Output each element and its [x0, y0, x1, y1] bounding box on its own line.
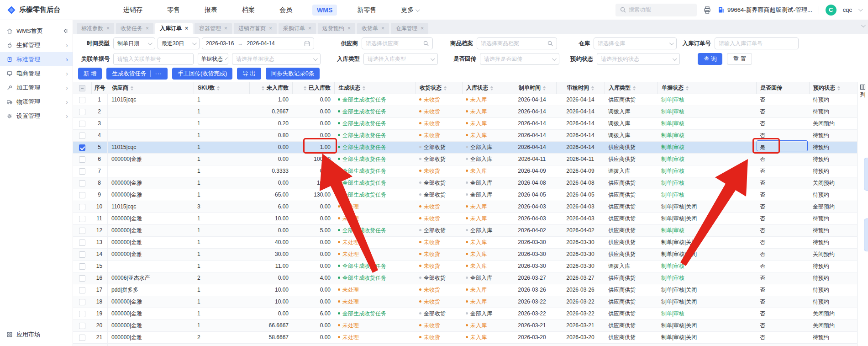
row-select-cell[interactable] — [73, 142, 91, 153]
row-checkbox[interactable] — [79, 216, 85, 222]
row-select-cell[interactable] — [73, 165, 91, 177]
table-row[interactable]: 111015|cqc11.000.00全部生成收货任务未收货未入库2026-04… — [73, 94, 857, 106]
is-returned-select[interactable]: 请选择是否回传 — [480, 53, 559, 65]
table-row[interactable]: 8000000|金雅10.0010.00全部生成收货任务全部收货全部入库2026… — [73, 177, 857, 189]
sort-icon[interactable] — [217, 86, 220, 90]
stock-type-select[interactable]: 请选择入库类型 — [363, 53, 438, 65]
row-select-cell[interactable] — [73, 249, 91, 260]
table-row[interactable]: 310.200.00全部生成收货任务未收货未入库2026-04-142026-0… — [73, 118, 857, 130]
row-select-cell[interactable] — [73, 213, 91, 224]
row-select-cell[interactable] — [73, 308, 91, 319]
product-input[interactable] — [481, 40, 545, 47]
reset-button[interactable]: 重 置 — [727, 53, 752, 65]
date-range-picker[interactable]: 2026-03-16 → 2026-04-14 — [202, 37, 314, 49]
range-preset-select[interactable]: 最近30日 — [158, 37, 200, 49]
select-all-checkbox[interactable] — [79, 85, 85, 91]
close-icon[interactable]: × — [146, 25, 149, 32]
row-select-cell[interactable] — [73, 130, 91, 141]
row-checkbox[interactable] — [79, 287, 85, 293]
row-checkbox[interactable] — [79, 156, 85, 163]
row-checkbox[interactable] — [79, 192, 85, 198]
table-row[interactable]: 12000000|金雅10.005.00全部生成收货任务全部收货全部入库2026… — [73, 225, 857, 237]
table-row[interactable]: 13000000|金雅140.000.00未处理未收货未入库2026-03-30… — [73, 237, 857, 249]
table-row[interactable]: 14000000|金雅130.000.00未处理未收货未入库2026-03-30… — [73, 249, 857, 261]
table-row[interactable]: 1600006|亚杰水产20.004.00全部生成收货任务全部收货全部入库202… — [73, 272, 857, 284]
row-select-cell[interactable] — [73, 201, 91, 213]
row-checkbox[interactable] — [79, 144, 85, 151]
close-icon[interactable]: × — [381, 25, 384, 32]
search-button[interactable]: 查 询 — [698, 53, 722, 65]
row-select-cell[interactable] — [73, 154, 91, 165]
row-checkbox[interactable] — [79, 275, 85, 282]
more-icon[interactable]: ··· — [150, 70, 162, 77]
toolbar-button[interactable]: 手工回传(收货完成) — [172, 68, 232, 80]
table-row[interactable]: 21000000|金雅258.66670.00未处理未收货未入库2026-03-… — [73, 332, 857, 344]
toolbar-button[interactable]: 同步失败记录0条 — [266, 68, 320, 80]
sort-icon[interactable] — [131, 86, 133, 90]
column-settings[interactable]: 列 — [857, 82, 868, 346]
related-no-field[interactable] — [113, 53, 194, 65]
sort-icon[interactable] — [363, 86, 365, 90]
close-icon[interactable]: × — [224, 25, 227, 32]
close-icon[interactable]: × — [308, 25, 311, 32]
sort-icon[interactable] — [304, 86, 306, 90]
sort-icon[interactable] — [633, 86, 636, 90]
top-menu-item[interactable]: 报表 — [200, 4, 222, 16]
table-row[interactable]: 710.33330.00全部生成收货任务未收货未入库2026-04-092026… — [73, 165, 857, 177]
row-checkbox[interactable] — [79, 335, 85, 341]
column-header-sku[interactable]: SKU数 — [194, 82, 249, 94]
product-field[interactable] — [477, 37, 557, 49]
sidebar-item-app-market[interactable]: 应用市场 — [0, 327, 73, 341]
table-row[interactable]: 22000000|金雅239.66670.00未处理未收货未入库2026-03-… — [73, 344, 857, 346]
row-checkbox[interactable] — [79, 109, 85, 115]
column-header-recv_status[interactable]: 收货状态 — [416, 82, 462, 94]
toolbar-button[interactable]: 新 增 — [78, 68, 102, 80]
sort-icon[interactable] — [543, 86, 546, 90]
avatar[interactable]: C — [826, 5, 836, 16]
row-select-cell[interactable] — [73, 237, 91, 248]
tab[interactable]: 标准参数 × — [77, 23, 114, 34]
column-header-doc_status[interactable]: 单据状态 — [658, 82, 756, 94]
row-select-cell[interactable] — [73, 284, 91, 296]
row-checkbox[interactable] — [79, 168, 85, 175]
printer-icon[interactable] — [703, 6, 711, 14]
top-menu-item[interactable]: 档案 — [237, 4, 259, 16]
tab[interactable]: 入库订单 × — [155, 23, 193, 34]
column-header-audited[interactable]: 审核时间 — [556, 82, 605, 94]
row-checkbox[interactable] — [79, 228, 85, 234]
column-header-created[interactable]: 制单时间 — [508, 82, 556, 94]
column-header-gen_status[interactable]: 生成状态 — [334, 82, 416, 94]
column-header-supplier[interactable]: 供应商 — [108, 82, 194, 94]
row-checkbox[interactable] — [79, 204, 85, 210]
close-icon[interactable]: × — [421, 25, 424, 32]
row-checkbox[interactable] — [79, 323, 85, 329]
top-menu-item[interactable]: 更多 — [396, 4, 423, 16]
doc-status-type-select[interactable]: 单据状态 — [198, 53, 228, 65]
sidebar-item[interactable]: 加工管理 › — [0, 80, 73, 95]
table-row[interactable]: 511015|cqc10.001.00全部生成收货任务全部收货全部入库2026-… — [73, 142, 857, 154]
tab[interactable]: 容器管理 × — [195, 23, 232, 34]
row-select-cell[interactable] — [73, 332, 91, 343]
table-row[interactable]: 17pdd|拼多多110.000.00未处理未收货未入库2026-03-2620… — [73, 284, 857, 296]
row-select-cell[interactable] — [73, 225, 91, 236]
sidebar-item[interactable]: 生鲜管理 › — [0, 38, 73, 52]
sort-icon[interactable] — [490, 86, 493, 90]
table-row[interactable]: 6000000|金雅10.00100.00全部生成收货任务全部收货全部入库202… — [73, 154, 857, 165]
table-row[interactable]: 1011015|cqc36.000.00未处理未收货未入库2026-04-032… — [73, 201, 857, 213]
related-no-input[interactable] — [117, 56, 189, 62]
top-menu-item[interactable]: 会员 — [275, 4, 297, 16]
tab[interactable]: 采购订单 × — [279, 23, 316, 34]
company-switcher[interactable]: 99664-新界面商超版测试-管理... — [718, 6, 812, 14]
close-icon[interactable]: × — [269, 25, 272, 32]
row-checkbox[interactable] — [79, 180, 85, 186]
row-select-cell[interactable] — [73, 106, 91, 117]
row-select-cell[interactable] — [73, 189, 91, 201]
sidebar-item[interactable]: WMS首页 — [0, 24, 73, 38]
table-row[interactable]: 9000000|金雅1-65.00130.00全部生成收货任务全部收货全部入库2… — [73, 189, 857, 201]
row-checkbox[interactable] — [79, 97, 85, 103]
table-row[interactable]: 410.800.00全部生成收货任务未收货未入库2026-04-142026-0… — [73, 130, 857, 142]
top-menu-item[interactable]: 新零售 — [352, 4, 381, 16]
global-search-input[interactable]: 搜索功能 — [615, 4, 697, 16]
table-row[interactable]: 19000000|金雅10.006.00全部生成收货任务全部收货全部入库2026… — [73, 308, 857, 320]
row-select-cell[interactable] — [73, 296, 91, 308]
